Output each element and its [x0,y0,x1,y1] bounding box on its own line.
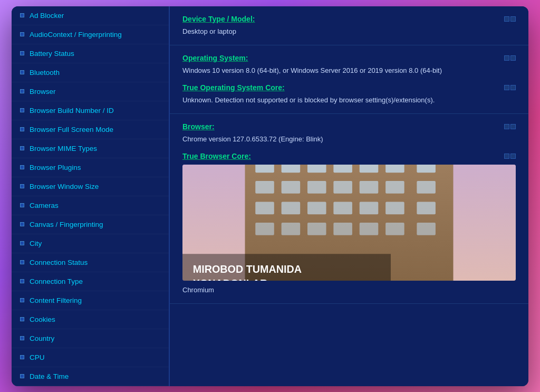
svg-rect-2 [255,165,274,173]
sidebar-item-label: Content Filtering [30,297,82,304]
sidebar-item-label: Browser Full Screen Mode [30,126,113,133]
sidebar-bullet [20,184,24,188]
sidebar-item-bluetooth[interactable]: Bluetooth [12,63,169,82]
svg-rect-21 [385,202,404,214]
sidebar-item-browser-full-screen[interactable]: Browser Full Screen Mode [12,120,169,139]
sidebar-bullet [20,317,24,321]
sidebar-item-connection-status[interactable]: Connection Status [12,253,169,272]
svg-text:XONADONLAR: XONADONLAR [193,278,268,281]
svg-rect-19 [333,202,352,214]
app-window: Ad BlockerAudioContext / FingerprintingB… [12,6,528,386]
sidebar-bullet [20,51,24,55]
svg-rect-29 [417,223,436,235]
svg-rect-23 [255,223,274,235]
sidebar-item-label: Browser Plugins [30,164,81,171]
sidebar-bullet [20,127,24,131]
sidebar-bullet [20,279,24,283]
sidebar-item-date-time[interactable]: Date & Time [12,367,169,386]
sidebar-bullet [20,165,24,169]
sidebar-item-cameras[interactable]: Cameras [12,196,169,215]
section-title-true-browser: True Browser Core: [182,152,251,160]
sidebar-item-content-filtering[interactable]: Content Filtering [12,291,169,310]
sidebar-item-label: Battery Status [30,50,74,58]
os-value: Windows 10 version 8.0 (64-bit), or Wind… [182,65,516,76]
svg-rect-3 [282,165,301,173]
sidebar-item-label: Connection Status [30,259,88,266]
section-icon-true-os [504,85,516,90]
svg-rect-15 [417,181,436,194]
main-content: Device Type / Model: Desktop or laptop O… [170,6,528,386]
sidebar-bullet [20,298,24,302]
svg-rect-8 [417,165,436,173]
sidebar-bullet [20,89,24,93]
svg-rect-4 [307,165,326,173]
sidebar-item-country[interactable]: Country [12,329,169,348]
icon-cell [504,55,509,61]
svg-rect-5 [333,165,352,173]
svg-rect-9 [255,181,274,194]
sidebar-item-ad-blocker[interactable]: Ad Blocker [12,6,169,25]
spacer [170,304,528,320]
sidebar-item-label: AudioContext / Fingerprinting [30,31,122,39]
sidebar-item-cpu[interactable]: CPU [12,348,169,367]
sidebar-item-browser[interactable]: Browser [12,82,169,101]
sidebar-item-label: Country [30,334,54,342]
sidebar-item-browser-mime-types[interactable]: Browser MIME Types [12,139,169,158]
icon-cell [504,85,509,90]
section-operating-system: Operating System: Windows 10 version 8.0… [170,45,528,114]
sidebar-bullet [20,355,24,359]
svg-text:MIROBOD TUMANIDA: MIROBOD TUMANIDA [193,263,302,274]
sidebar-item-label: Browser Window Size [30,183,99,190]
section-header-browser: Browser: [182,122,516,131]
sidebar-item-label: City [30,240,42,247]
section-browser: Browser: Chrome version 127.0.6533.72 (E… [170,114,528,304]
sidebar-bullet [20,146,24,150]
sidebar-item-audiocontext[interactable]: AudioContext / Fingerprinting [12,25,169,44]
sidebar-bullet [20,13,24,17]
sidebar-item-city[interactable]: City [12,234,169,253]
section-icon-os [504,55,516,61]
svg-rect-18 [307,202,326,214]
sidebar-bullet [20,108,24,112]
sidebar-bullet [20,32,24,36]
sidebar-item-label: Browser Build Number / ID [30,107,114,114]
app-body: Ad BlockerAudioContext / FingerprintingB… [12,6,528,386]
sidebar-item-cookies[interactable]: Cookies [12,310,169,329]
section-title-os: Operating System: [182,54,248,62]
section-title-true-os: True Operating System Core: [182,83,285,92]
svg-rect-10 [282,181,301,194]
sidebar-item-connection-type[interactable]: Connection Type [12,272,169,291]
section-icon-true-browser [504,154,516,159]
sidebar-item-browser-window-size[interactable]: Browser Window Size [12,177,169,196]
sidebar-bullet [20,203,24,207]
sidebar-item-label: Browser [30,88,56,95]
svg-rect-26 [333,223,352,235]
svg-rect-24 [282,223,301,235]
section-title-device-type: Device Type / Model: [182,15,255,23]
section-title-browser: Browser: [182,122,215,131]
sidebar-item-label: Canvas / Fingerprinting [30,221,103,228]
icon-cell [504,124,509,129]
sidebar-item-battery-status[interactable]: Battery Status [12,44,169,63]
device-type-value: Desktop or laptop [182,26,516,37]
sidebar-item-canvas-fingerprinting[interactable]: Canvas / Fingerprinting [12,215,169,234]
svg-rect-22 [417,202,436,214]
svg-rect-7 [385,165,404,173]
sidebar-item-label: Browser MIME Types [30,145,97,152]
icon-cell [510,154,516,159]
sidebar-item-browser-plugins[interactable]: Browser Plugins [12,158,169,177]
sidebar: Ad BlockerAudioContext / FingerprintingB… [12,6,170,386]
icon-cell [510,124,516,129]
svg-rect-13 [360,181,379,194]
section-header-true-os: True Operating System Core: [182,83,516,92]
svg-rect-6 [360,165,379,173]
icon-cell [510,16,516,22]
sidebar-item-browser-build-number[interactable]: Browser Build Number / ID [12,101,169,120]
icon-cell [504,154,509,159]
icon-cell [504,16,509,22]
sidebar-item-label: CPU [30,353,45,361]
section-icon [504,16,516,22]
svg-rect-20 [360,202,379,214]
sidebar-item-label: Connection Type [30,278,83,285]
icon-cell [510,85,516,90]
